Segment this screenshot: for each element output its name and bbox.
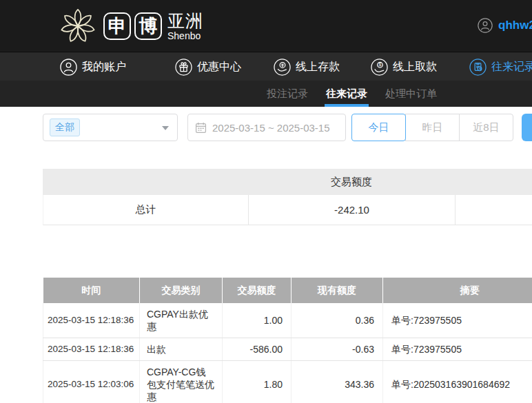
cell-type: CGPAY出款优惠 bbox=[140, 303, 223, 338]
type-select[interactable]: 全部 bbox=[43, 114, 178, 141]
type-select-value[interactable]: 全部 bbox=[50, 118, 80, 136]
brand-logo: 申 博 亚洲 Shenbo bbox=[58, 6, 203, 47]
cell-balance: 343.36 bbox=[291, 361, 383, 403]
quick-label: 昨日 bbox=[422, 121, 443, 134]
records-icon bbox=[469, 59, 487, 76]
records-table-body: 2025-03-15 12:18:36 CGPAY出款优惠 1.00 0.36 … bbox=[43, 303, 532, 403]
brand-region: 亚洲 bbox=[167, 12, 203, 30]
quick-label: 今日 bbox=[369, 121, 389, 134]
summary-table: 交易额度 总计 -242.10 bbox=[43, 169, 532, 225]
table-row: 2025-03-15 12:18:36 出款 -586.00 -0.63 单号:… bbox=[43, 338, 532, 361]
gift-icon bbox=[175, 59, 192, 76]
top-header: 申 博 亚洲 Shenbo qhhw2 bbox=[0, 0, 532, 52]
account-icon bbox=[60, 59, 77, 76]
nav-label: 优惠中心 bbox=[197, 60, 241, 74]
nav-label: 线上存款 bbox=[296, 60, 340, 74]
cell-time: 2025-03-15 12:18:36 bbox=[43, 338, 140, 361]
records-table-head: 时间 交易类别 交易额度 现有额度 摘要 bbox=[43, 278, 532, 303]
username-text[interactable]: qhhw2 bbox=[498, 19, 532, 32]
summary-header-row: 交易额度 bbox=[43, 169, 532, 195]
col-header-time: 时间 bbox=[43, 278, 140, 303]
yesterday-button[interactable]: 昨日 bbox=[405, 114, 460, 141]
svg-text:$: $ bbox=[379, 62, 382, 67]
brand-char-1: 申 bbox=[103, 12, 131, 40]
brand-suffix: 亚洲 Shenbo bbox=[167, 12, 203, 41]
nav-item-records[interactable]: 往来记录 bbox=[469, 52, 532, 81]
content-area: 全部 2025-03-15 ~ 2025-03-15 今日 昨日 近8日 bbox=[0, 107, 532, 403]
tab-processing-orders[interactable]: 处理中订单 bbox=[384, 81, 438, 107]
col-header-balance: 现有额度 bbox=[291, 278, 383, 303]
quick-label: 近8日 bbox=[473, 121, 499, 134]
cell-time: 2025-03-15 12:18:36 bbox=[43, 303, 140, 338]
nav-item-my-account[interactable]: 我的账户 bbox=[60, 52, 126, 81]
nav-item-withdraw[interactable]: $ 线上取款 bbox=[371, 52, 437, 81]
tab-label: 投注记录 bbox=[267, 87, 308, 101]
col-header-summary: 摘要 bbox=[383, 278, 532, 303]
flower-logo-icon bbox=[58, 6, 98, 46]
user-avatar-icon bbox=[478, 18, 493, 33]
summary-total-row: 总计 -242.10 bbox=[43, 195, 532, 225]
calendar-icon bbox=[195, 122, 207, 134]
cell-summary: 单号:723975505 bbox=[383, 338, 532, 361]
quick-date-group: 今日 昨日 近8日 bbox=[351, 114, 513, 141]
tab-betting-records[interactable]: 投注记录 bbox=[265, 81, 309, 107]
cell-amount: 1.80 bbox=[223, 361, 291, 403]
brand-latin: Shenbo bbox=[167, 31, 203, 41]
summary-header-amount: 交易额度 bbox=[248, 176, 455, 189]
summary-total-value: -242.10 bbox=[249, 195, 456, 225]
date-range-value: 2025-03-15 ~ 2025-03-15 bbox=[212, 122, 330, 134]
summary-empty-cell bbox=[456, 195, 532, 225]
filter-row: 全部 2025-03-15 ~ 2025-03-15 今日 昨日 近8日 bbox=[43, 114, 532, 141]
nav-item-promotions[interactable]: 优惠中心 bbox=[175, 52, 241, 81]
header-row: 时间 交易类别 交易额度 现有额度 摘要 bbox=[43, 278, 532, 303]
cell-amount: -586.00 bbox=[223, 338, 291, 361]
summary-total-label: 总计 bbox=[43, 195, 249, 225]
cell-balance: -0.63 bbox=[291, 338, 383, 361]
tab-label: 处理中订单 bbox=[385, 87, 437, 101]
search-button[interactable] bbox=[522, 114, 532, 141]
nav-item-deposit[interactable]: 线上存款 bbox=[274, 52, 340, 81]
withdraw-icon: $ bbox=[371, 59, 388, 76]
user-account[interactable]: qhhw2 bbox=[478, 18, 532, 33]
nav-label: 我的账户 bbox=[82, 60, 126, 74]
table-row: 2025-03-15 12:03:06 CGPAY-CG钱包支付笔笔送优惠 1.… bbox=[43, 361, 532, 403]
cell-balance: 0.36 bbox=[291, 303, 383, 338]
cell-type: CGPAY-CG钱包支付笔笔送优惠 bbox=[140, 361, 223, 403]
date-range-input[interactable]: 2025-03-15 ~ 2025-03-15 bbox=[187, 114, 346, 141]
table-row: 2025-03-15 12:18:36 CGPAY出款优惠 1.00 0.36 … bbox=[43, 303, 532, 338]
today-button[interactable]: 今日 bbox=[351, 114, 406, 141]
tab-label: 往来记录 bbox=[326, 87, 367, 101]
cell-time: 2025-03-15 12:03:06 bbox=[43, 361, 140, 403]
nav-label: 往来记录 bbox=[491, 60, 532, 74]
sub-navigation: 投注记录 往来记录 处理中订单 bbox=[0, 81, 532, 107]
chevron-down-icon bbox=[162, 126, 169, 130]
brand-char-2: 博 bbox=[134, 12, 162, 40]
deposit-icon bbox=[274, 59, 291, 76]
tab-transaction-records[interactable]: 往来记录 bbox=[325, 81, 369, 107]
records-table: 时间 交易类别 交易额度 现有额度 摘要 2025-03-15 12:18:36… bbox=[43, 278, 532, 403]
cell-summary: 单号:723975505 bbox=[383, 303, 532, 338]
cell-summary: 单号:202503163901684692 bbox=[383, 361, 532, 403]
last8days-button[interactable]: 近8日 bbox=[459, 114, 513, 141]
record-tabs: 投注记录 往来记录 处理中订单 bbox=[265, 81, 438, 107]
nav-label: 线上取款 bbox=[393, 60, 437, 74]
cell-type: 出款 bbox=[140, 338, 223, 361]
cell-amount: 1.00 bbox=[223, 303, 291, 338]
col-header-amount: 交易额度 bbox=[223, 278, 291, 303]
col-header-type: 交易类别 bbox=[140, 278, 223, 303]
main-navigation: 我的账户 优惠中心 线上存款 $ 线上取款 bbox=[0, 52, 532, 81]
